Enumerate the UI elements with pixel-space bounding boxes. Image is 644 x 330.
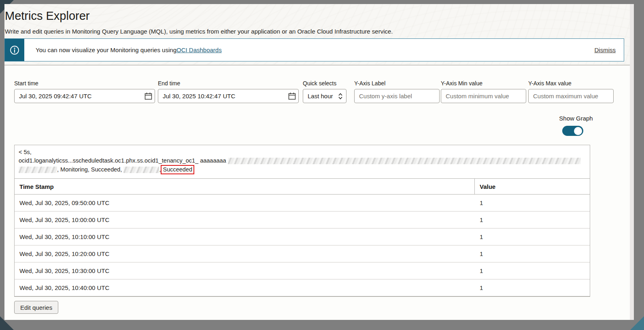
query-ocid-text: ocid1.loganalyticss...sscheduledtask.oc1… — [19, 157, 226, 165]
cell-value: 1 — [475, 199, 590, 206]
query-panel: Start time End time Quick selects Y-Axis… — [4, 65, 630, 320]
table-body: Wed, Jul 30, 2025, 09:50:00 UTC 1 Wed, J… — [15, 195, 590, 296]
cell-timestamp: Wed, Jul 30, 2025, 10:40:00 UTC — [15, 284, 475, 291]
query-duration: < 5s, — [19, 148, 32, 157]
table-row[interactable]: Wed, Jul 30, 2025, 10:30:00 UTC 1 — [15, 262, 590, 279]
info-banner-icon-block — [5, 39, 24, 61]
cell-timestamp: Wed, Jul 30, 2025, 09:50:00 UTC — [15, 199, 475, 206]
cell-value: 1 — [475, 216, 590, 223]
show-graph-label: Show Graph — [545, 115, 607, 122]
succeeded-highlight: Succeeded — [161, 165, 194, 174]
quick-selects-dropdown[interactable]: Last hour — [303, 89, 346, 103]
column-header-timestamp: Time Stamp — [15, 179, 475, 194]
start-time-input[interactable] — [14, 89, 155, 103]
info-banner: You can now visualize your Monitoring qu… — [4, 38, 624, 61]
quick-selects-label: Quick selects — [303, 80, 336, 87]
start-time-calendar-icon[interactable] — [141, 89, 155, 103]
oci-dashboards-link[interactable]: OCI Dashboards — [176, 47, 222, 53]
edit-queries-button[interactable]: Edit queries — [14, 301, 58, 314]
table-row[interactable]: Wed, Jul 30, 2025, 10:20:00 UTC 1 — [15, 245, 590, 262]
y-axis-min-label: Y-Axis Min value — [441, 80, 482, 87]
cell-value: 1 — [475, 284, 590, 291]
end-time-input[interactable] — [158, 89, 299, 103]
query-summary[interactable]: < 5s, ocid1.loganalyticss...sscheduledta… — [14, 145, 590, 179]
redacted-block — [123, 167, 159, 173]
redacted-block — [19, 167, 57, 173]
page-title: Metrics Explorer — [5, 9, 90, 23]
query-summary-line1: < 5s, — [19, 148, 586, 157]
start-time-label: Start time — [14, 80, 38, 87]
y-axis-max-input[interactable] — [528, 89, 614, 103]
query-summary-line3: , Monitoring, Succeeded, , Succeeded — [19, 165, 586, 174]
y-axis-max-label: Y-Axis Max value — [528, 80, 572, 87]
quick-selects-value: Last hour — [308, 93, 338, 99]
dismiss-link[interactable]: Dismiss — [595, 47, 616, 53]
page-subtitle: Write and edit queries in Monitoring Que… — [5, 28, 393, 35]
info-banner-body: You can now visualize your Monitoring qu… — [24, 39, 624, 61]
info-circle-icon — [10, 45, 19, 55]
end-time-calendar-icon[interactable] — [285, 89, 299, 103]
toggle-knob — [574, 127, 582, 135]
cell-timestamp: Wed, Jul 30, 2025, 10:10:00 UTC — [15, 233, 475, 240]
y-axis-label-label: Y-Axis Label — [354, 80, 385, 87]
table-header-row: Time Stamp Value — [15, 179, 590, 195]
column-header-value: Value — [475, 183, 590, 190]
cell-value: 1 — [475, 233, 590, 240]
show-graph-toggle[interactable] — [562, 126, 583, 136]
query-status-text: , Monitoring, Succeeded, — [57, 165, 123, 174]
vertical-scrollbar[interactable] — [630, 4, 634, 320]
table-row[interactable]: Wed, Jul 30, 2025, 10:00:00 UTC 1 — [15, 212, 590, 228]
metrics-table: Time Stamp Value Wed, Jul 30, 2025, 09:5… — [14, 179, 590, 297]
table-row[interactable]: Wed, Jul 30, 2025, 10:10:00 UTC 1 — [15, 228, 590, 245]
metrics-explorer-page: Metrics Explorer Write and edit queries … — [4, 4, 630, 320]
end-time-label: End time — [158, 80, 180, 87]
cell-timestamp: Wed, Jul 30, 2025, 10:30:00 UTC — [15, 267, 475, 274]
y-axis-label-input[interactable] — [354, 89, 440, 103]
updown-chevrons-icon — [338, 93, 343, 100]
table-row[interactable]: Wed, Jul 30, 2025, 09:50:00 UTC 1 — [15, 195, 590, 212]
cell-value: 1 — [475, 267, 590, 274]
cell-timestamp: Wed, Jul 30, 2025, 10:00:00 UTC — [15, 216, 475, 223]
table-row[interactable]: Wed, Jul 30, 2025, 10:40:00 UTC 1 — [15, 279, 590, 296]
cell-value: 1 — [475, 250, 590, 257]
query-summary-line2: ocid1.loganalyticss...sscheduledtask.oc1… — [19, 157, 586, 165]
info-banner-message: You can now visualize your Monitoring qu… — [36, 47, 176, 53]
redacted-block — [228, 158, 581, 164]
y-axis-min-input[interactable] — [441, 89, 526, 103]
cell-timestamp: Wed, Jul 30, 2025, 10:20:00 UTC — [15, 250, 475, 257]
